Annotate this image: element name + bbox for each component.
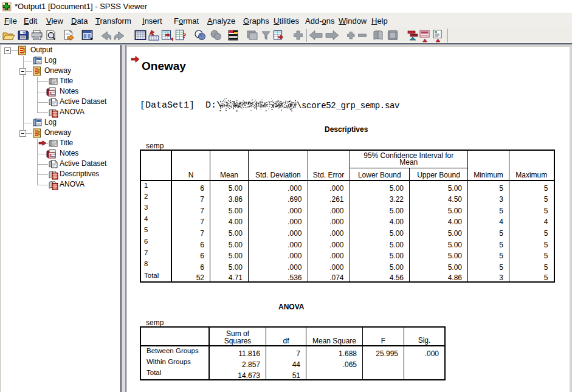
svg-text:?: ?: [182, 31, 187, 40]
